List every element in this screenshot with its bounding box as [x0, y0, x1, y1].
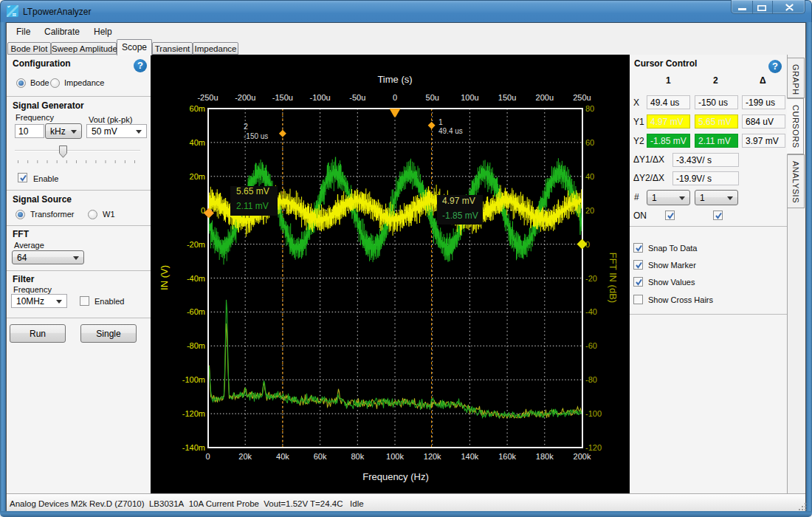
svg-text:60k: 60k [314, 452, 327, 461]
svg-text:0: 0 [393, 93, 397, 102]
svg-text:40k: 40k [276, 452, 289, 461]
svg-text:-80: -80 [585, 375, 597, 384]
svg-text:40: 40 [585, 172, 594, 181]
svg-text:200u: 200u [536, 93, 554, 102]
svg-text:-120m: -120m [182, 409, 205, 418]
svg-text:IN (V): IN (V) [159, 265, 170, 290]
svg-text:-100m: -100m [182, 375, 205, 384]
svg-text:1: 1 [438, 117, 443, 126]
svg-text:-80m: -80m [187, 341, 205, 350]
svg-text:-150 us: -150 us [244, 132, 268, 140]
svg-text:FFT IN (dB): FFT IN (dB) [608, 253, 619, 303]
svg-text:100u: 100u [461, 93, 478, 102]
svg-text:140k: 140k [461, 452, 478, 461]
svg-text:-60: -60 [585, 341, 597, 350]
svg-text:0: 0 [205, 452, 210, 461]
svg-text:-50u: -50u [349, 93, 365, 102]
svg-text:40m: 40m [190, 138, 205, 147]
svg-text:Time (s): Time (s) [377, 74, 412, 85]
svg-text:50u: 50u [426, 93, 439, 102]
svg-text:-200u: -200u [235, 93, 255, 102]
svg-text:-150u: -150u [272, 93, 293, 102]
svg-text:-20: -20 [585, 274, 597, 283]
svg-text:4.97 mV: 4.97 mV [442, 196, 475, 206]
svg-text:5.65 mV: 5.65 mV [236, 186, 269, 196]
svg-text:200k: 200k [574, 452, 591, 461]
svg-text:160k: 160k [498, 452, 516, 461]
svg-text:Frequency (Hz): Frequency (Hz) [362, 471, 429, 482]
svg-text:-20m: -20m [187, 240, 205, 249]
svg-text:49.4 us: 49.4 us [438, 127, 463, 135]
svg-text:120k: 120k [424, 452, 441, 461]
svg-text:-120: -120 [585, 443, 602, 452]
svg-text:-250u: -250u [197, 93, 218, 102]
svg-text:-60m: -60m [187, 307, 205, 316]
svg-text:-40: -40 [585, 307, 597, 316]
svg-text:60: 60 [585, 138, 594, 147]
svg-text:-100: -100 [585, 409, 602, 418]
svg-text:20k: 20k [238, 452, 252, 461]
svg-text:-100u: -100u [310, 93, 331, 102]
svg-text:20: 20 [585, 206, 594, 215]
svg-text:100k: 100k [386, 452, 404, 461]
svg-text:-140m: -140m [182, 443, 205, 452]
svg-text:80k: 80k [351, 452, 364, 461]
svg-text:80: 80 [585, 104, 594, 113]
svg-text:150u: 150u [498, 93, 516, 102]
svg-text:250u: 250u [573, 93, 591, 102]
svg-text:60m: 60m [190, 104, 205, 113]
svg-text:-1.85 mV: -1.85 mV [442, 210, 478, 221]
svg-text:2.11 mV: 2.11 mV [236, 201, 269, 211]
svg-text:2: 2 [244, 122, 248, 131]
svg-text:20m: 20m [190, 172, 205, 181]
svg-text:-40m: -40m [187, 274, 205, 283]
svg-text:180k: 180k [536, 452, 554, 461]
